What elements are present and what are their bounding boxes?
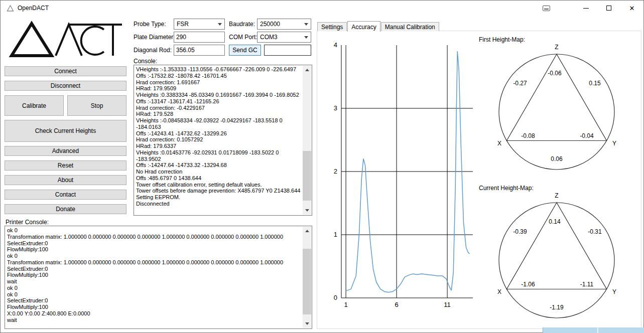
svg-text:0: 0 <box>334 294 337 301</box>
close-button[interactable]: ✕ <box>620 1 643 16</box>
close-icon: ✕ <box>629 5 635 12</box>
touch-keyboard-icon[interactable] <box>543 6 550 11</box>
disconnect-button[interactable]: Disconnect <box>5 81 126 91</box>
reset-button[interactable]: Reset <box>5 160 126 171</box>
accuracy-tab-page: 012341611 First Height-Map: Z X Y -0.06 … <box>317 31 641 329</box>
plate-diameter-label: Plate Diameter: <box>134 34 175 41</box>
accuracy-chart: 012341611 <box>322 41 478 312</box>
chevron-down-icon <box>302 19 311 29</box>
com-port-label: COM Port: <box>229 34 257 41</box>
svg-text:1: 1 <box>344 301 347 308</box>
svg-text:-1.06: -1.06 <box>521 281 535 288</box>
console-label: Console: <box>134 58 157 65</box>
arrow-up-icon <box>305 230 309 232</box>
svg-text:1: 1 <box>334 231 337 238</box>
scroll-down-button[interactable] <box>303 206 311 215</box>
svg-text:0.06: 0.06 <box>551 155 563 162</box>
svg-text:-0.31: -0.31 <box>588 228 602 235</box>
printer-console-output[interactable]: ok 0 Transformation matrix: 1.000000 0.0… <box>5 226 312 329</box>
opendact-logo <box>6 19 125 60</box>
arrow-down-icon <box>305 322 309 325</box>
scroll-up-button[interactable] <box>303 227 311 235</box>
stop-button[interactable]: Stop <box>67 95 126 116</box>
svg-text:-0.39: -0.39 <box>513 228 527 235</box>
diagonal-rod-label: Diagonal Rod: <box>134 47 172 54</box>
scroll-down-button[interactable] <box>303 319 311 328</box>
send-gc-button[interactable]: Send GC <box>229 45 261 56</box>
minimize-button[interactable] <box>574 1 597 16</box>
svg-text:Z: Z <box>555 192 558 199</box>
arrow-up-icon <box>305 69 309 71</box>
calibrate-button[interactable]: Calibrate <box>5 95 64 116</box>
baudrate-label: Baudrate: <box>229 21 255 28</box>
svg-text:Z: Z <box>555 44 558 51</box>
svg-text:11: 11 <box>444 301 451 308</box>
svg-text:6: 6 <box>395 301 398 308</box>
console-scrollbar[interactable] <box>303 66 311 215</box>
check-current-heights-button[interactable]: Check Current Heights <box>5 120 126 142</box>
printer-console-scrollbar[interactable] <box>303 227 311 328</box>
gcode-input[interactable] <box>264 45 311 56</box>
scroll-thumb[interactable] <box>303 249 311 314</box>
about-button[interactable]: About <box>5 175 126 185</box>
svg-text:-0.06: -0.06 <box>548 70 562 77</box>
svg-text:0.14: 0.14 <box>549 218 561 225</box>
tab-accuracy[interactable]: Accuracy <box>347 21 380 32</box>
chevron-down-icon <box>302 32 311 42</box>
probe-type-select[interactable]: FSR <box>174 19 225 30</box>
tab-settings[interactable]: Settings <box>317 22 347 31</box>
app-logo-icon <box>7 5 14 12</box>
maximize-button[interactable] <box>597 1 620 16</box>
com-port-select[interactable]: COM3 <box>257 32 311 43</box>
svg-text:X: X <box>497 288 501 295</box>
arrow-down-icon <box>305 209 309 212</box>
window-title: OpenDACT <box>18 5 49 12</box>
advanced-button[interactable]: Advanced <box>5 146 126 156</box>
current-height-map: Z X Y 0.14 -0.39 -0.31 -1.06 -1.11 -1.19 <box>494 188 619 323</box>
contact-button[interactable]: Contact <box>5 190 126 200</box>
scroll-up-button[interactable] <box>303 66 311 74</box>
minimize-icon <box>583 8 589 9</box>
donate-button[interactable]: Donate <box>5 204 126 214</box>
svg-text:-1.19: -1.19 <box>550 304 564 311</box>
svg-text:3: 3 <box>334 104 337 112</box>
first-height-map: Z X Y -0.06 -0.27 0.15 -0.08 -0.04 0.06 <box>494 39 619 175</box>
connect-button[interactable]: Connect <box>5 66 126 76</box>
app-window: OpenDACT ✕ Connect Disconnect Calibrate … <box>0 0 644 333</box>
baudrate-select[interactable]: 250000 <box>257 19 311 30</box>
printer-console-label: Printer Console: <box>6 219 49 226</box>
tab-strip: Settings Accuracy Manual Calibration <box>317 21 440 31</box>
svg-text:-0.27: -0.27 <box>513 80 527 87</box>
svg-text:0.15: 0.15 <box>589 80 601 87</box>
probe-type-label: Probe Type: <box>134 21 166 28</box>
scroll-thumb[interactable] <box>303 151 311 201</box>
svg-text:Y: Y <box>612 288 616 295</box>
svg-text:2: 2 <box>334 168 337 175</box>
svg-text:X: X <box>497 140 501 147</box>
plate-diameter-input[interactable] <box>174 32 225 43</box>
title-bar[interactable]: OpenDACT ✕ <box>1 1 643 16</box>
svg-text:-0.08: -0.08 <box>521 132 535 139</box>
svg-text:-0.04: -0.04 <box>580 132 594 139</box>
background-window-fragment <box>543 327 644 333</box>
tab-manual-calibration[interactable]: Manual Calibration <box>381 22 439 31</box>
svg-text:-1.11: -1.11 <box>580 281 594 288</box>
chevron-down-icon <box>215 19 224 29</box>
console-output[interactable]: VHeights :-1.353333 -113.0556 -0.6766667… <box>134 65 312 216</box>
maximize-icon <box>606 6 611 11</box>
svg-text:4: 4 <box>334 41 337 49</box>
diagonal-rod-input[interactable] <box>174 45 225 56</box>
svg-text:Y: Y <box>612 140 616 147</box>
